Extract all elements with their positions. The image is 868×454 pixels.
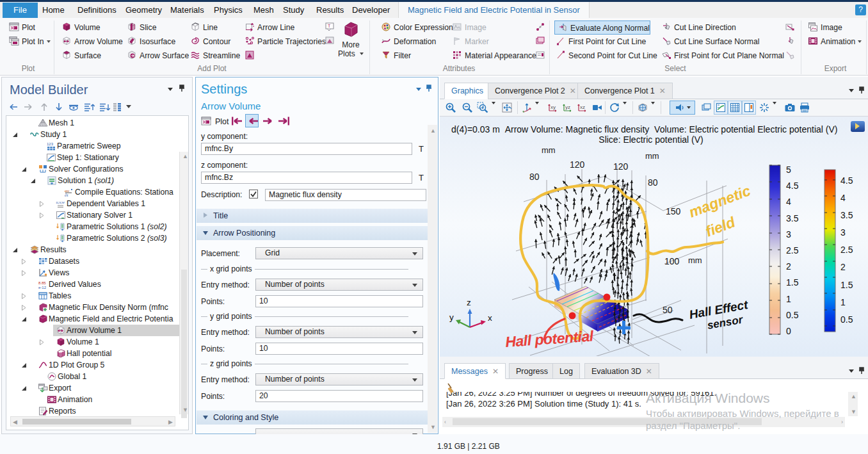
svg-text:120: 120 [613,161,629,172]
svg-text:80: 80 [529,172,540,182]
svg-text:3: 3 [840,227,846,238]
svg-text:3: 3 [786,229,791,239]
svg-text:8.85: 8.85 [38,281,46,285]
svg-text:50: 50 [663,305,673,315]
svg-text:150: 150 [666,206,681,216]
svg-text:y: y [449,312,454,322]
svg-text:e-12: e-12 [38,286,47,289]
svg-text:mm: mm [542,145,556,155]
svg-text:d(4)=0.03 m Arrow Volume: Mag: d(4)=0.03 m Arrow Volume: Magnetic flux … [451,124,837,134]
svg-text:4: 4 [786,197,791,207]
svg-text:80: 80 [648,177,658,188]
svg-text:2.5: 2.5 [786,245,799,255]
svg-text:3.5: 3.5 [840,210,853,220]
svg-text:∂t: ∂t [65,193,68,197]
svg-text:4: 4 [840,193,846,203]
svg-text:z: z [467,298,471,307]
svg-text:2.5: 2.5 [840,245,853,255]
svg-text:mm: mm [688,255,702,265]
svg-text:1.5: 1.5 [786,277,799,288]
svg-text:0.5: 0.5 [840,314,853,325]
svg-text:field: field [703,213,737,240]
svg-text:0.5: 0.5 [786,310,799,320]
svg-text:Hall potential: Hall potential [505,327,595,350]
svg-text:3.5: 3.5 [786,213,799,223]
svg-text:u,v,w: u,v,w [56,200,65,204]
svg-text:5: 5 [786,165,791,175]
svg-text:x: x [488,313,492,323]
svg-text:magnetic: magnetic [686,182,753,221]
svg-text:Slice: Electric potential (V): Slice: Electric potential (V) [599,134,703,145]
svg-text:123: 123 [47,142,54,146]
svg-text:2: 2 [786,261,791,272]
svg-text:0: 0 [786,326,791,336]
svg-text:mm: mm [645,151,659,161]
svg-text:4.5: 4.5 [840,175,853,186]
svg-text:2: 2 [840,262,846,272]
svg-text:100: 100 [664,256,680,266]
svg-text:1: 1 [786,294,791,304]
svg-text:4.5: 4.5 [786,181,799,191]
svg-text:120: 120 [570,159,585,170]
svg-text:T: T [328,24,331,28]
svg-text:1: 1 [840,297,846,307]
svg-text:1.5: 1.5 [840,280,853,290]
